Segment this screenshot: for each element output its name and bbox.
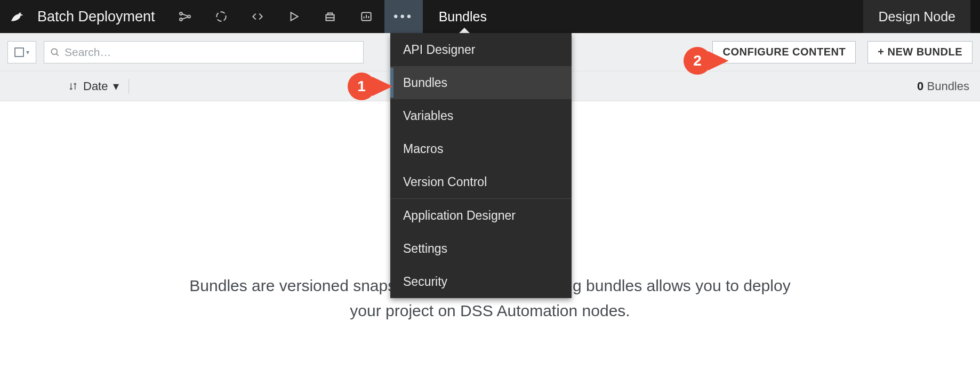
design-node-badge[interactable]: Design Node (863, 0, 970, 33)
bundle-count-label: Bundles (927, 79, 969, 93)
menu-item-variables[interactable]: Variables (390, 99, 572, 132)
search-input[interactable] (65, 46, 358, 59)
app-logo[interactable] (0, 0, 33, 33)
menu-active-indicator (390, 68, 393, 98)
nav-flow-button[interactable] (167, 0, 203, 33)
sort-field-label: Date (83, 79, 108, 93)
svg-point-0 (180, 12, 182, 15)
svg-point-2 (188, 15, 190, 18)
bundle-count-number: 0 (917, 79, 923, 93)
project-title[interactable]: Batch Deployment (33, 0, 167, 33)
flow-icon (178, 10, 192, 23)
new-bundle-button[interactable]: + NEW BUNDLE (867, 41, 973, 63)
menu-item-application-designer[interactable]: Application Designer (390, 199, 572, 232)
chevron-down-icon: ▾ (113, 79, 119, 93)
current-section-label[interactable]: Bundles (423, 0, 506, 33)
bundle-count: 0 Bundles (917, 79, 969, 93)
menu-item-version-control[interactable]: Version Control (390, 165, 572, 198)
svg-point-3 (216, 12, 226, 21)
menu-item-security[interactable]: Security (390, 265, 572, 298)
bird-icon (10, 10, 23, 23)
checkbox-icon (14, 47, 24, 57)
svg-point-1 (180, 18, 182, 21)
select-all-checkbox[interactable]: ▾ (7, 41, 36, 63)
top-bar: Batch Deployment ••• Bundles Design Node (0, 0, 980, 33)
code-icon (251, 10, 264, 23)
nav-code-button[interactable] (239, 0, 276, 33)
menu-item-api-designer[interactable]: API Designer (390, 33, 572, 66)
sort-icon (68, 82, 78, 91)
sort-control[interactable]: Date ▾ (68, 79, 119, 93)
nav-automation-button[interactable] (312, 0, 348, 33)
svg-point-5 (51, 49, 57, 54)
topbar-right-gap (970, 0, 980, 33)
dashboard-icon (359, 10, 373, 23)
automation-icon (323, 10, 337, 23)
menu-item-settings[interactable]: Settings (390, 232, 572, 265)
lifecycle-icon (214, 10, 228, 23)
menu-item-macros[interactable]: Macros (390, 132, 572, 165)
more-menu-button[interactable]: ••• (384, 0, 423, 33)
play-icon (287, 10, 301, 23)
nav-icon-group (167, 0, 384, 33)
nav-dashboard-button[interactable] (348, 0, 384, 33)
topbar-spacer (506, 0, 863, 33)
empty-body-line2: your project on DSS Automation nodes. (350, 302, 630, 319)
nav-lifecycle-button[interactable] (203, 0, 239, 33)
chevron-down-icon: ▾ (26, 49, 29, 56)
configure-content-button[interactable]: CONFIGURE CONTENT (712, 41, 856, 63)
search-field-wrap (44, 41, 364, 63)
menu-item-bundles[interactable]: Bundles (390, 66, 572, 99)
more-dropdown-menu: API DesignerBundlesVariablesMacrosVersio… (390, 33, 572, 298)
sortbar-divider (128, 79, 129, 94)
nav-run-button[interactable] (276, 0, 312, 33)
search-icon (50, 47, 60, 58)
